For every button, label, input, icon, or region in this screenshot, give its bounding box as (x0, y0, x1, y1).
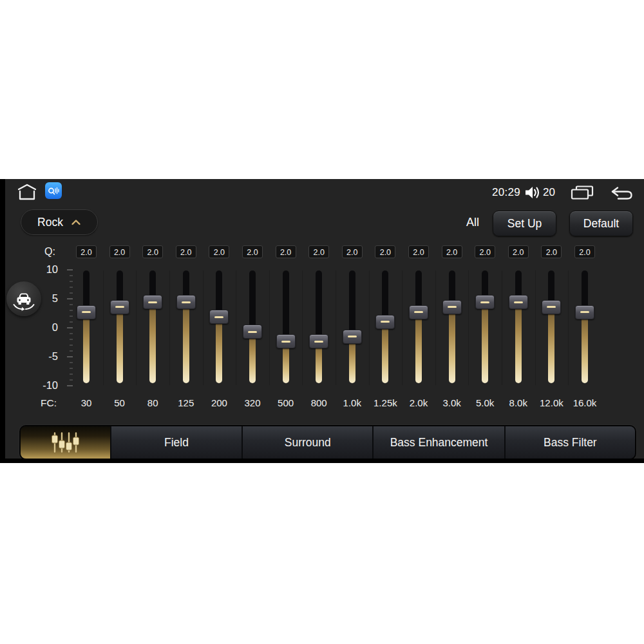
column-divider (103, 270, 104, 385)
eq-slider-handle[interactable] (442, 300, 462, 314)
handle-dash (214, 316, 223, 318)
eq-slider-handle[interactable] (509, 295, 528, 309)
column-divider (402, 270, 402, 385)
eq-slider-handle[interactable] (575, 305, 594, 319)
axis-tick (70, 374, 73, 375)
axis-tick (70, 333, 73, 334)
eq-slider-fill (382, 322, 388, 383)
column-divider (568, 270, 569, 385)
axis-tick (70, 368, 73, 369)
axis-tick (67, 356, 73, 357)
handle-dash (414, 311, 423, 313)
axis-label: -5 (23, 350, 58, 363)
eq-slider-fill (249, 332, 256, 383)
eq-slider-handle[interactable] (143, 295, 162, 309)
eq-slider-handle[interactable] (375, 315, 395, 329)
axis-tick (70, 287, 73, 288)
equalizer-area: 1050-5-102.0302.0502.0802.01252.02002.03… (0, 179, 644, 463)
axis-tick (70, 339, 73, 340)
fc-label: 16.0k (565, 397, 604, 409)
equalizer-tab-icon (50, 431, 80, 453)
column-divider (302, 270, 303, 385)
column-divider (468, 270, 469, 385)
q-value[interactable]: 2.0 (76, 245, 97, 258)
q-value[interactable]: 2.0 (142, 245, 163, 258)
eq-slider-fill (216, 317, 222, 383)
eq-slider-handle[interactable] (475, 295, 495, 309)
column-divider (336, 270, 336, 385)
q-value[interactable]: 2.0 (209, 245, 229, 258)
handle-dash (148, 301, 157, 303)
axis-tick (70, 362, 73, 363)
axis-tick (70, 292, 73, 294)
handle-dash (448, 306, 457, 308)
axis-tick (70, 316, 73, 317)
axis-label: 5 (23, 292, 58, 305)
eq-slider-handle[interactable] (77, 305, 96, 319)
eq-slider-fill (83, 312, 90, 383)
handle-dash (580, 311, 589, 313)
axis-tick (70, 275, 73, 276)
q-value[interactable]: 2.0 (541, 245, 562, 258)
tab-field[interactable]: Field (111, 426, 243, 459)
axis-label: 10 (23, 263, 58, 276)
handle-dash (82, 311, 91, 313)
axis-tick (70, 304, 73, 305)
q-value[interactable]: 2.0 (508, 245, 529, 258)
axis-tick (67, 385, 73, 386)
q-value[interactable]: 2.0 (574, 245, 595, 258)
q-value[interactable]: 2.0 (475, 245, 495, 258)
column-divider (269, 270, 270, 385)
q-value[interactable]: 2.0 (176, 245, 196, 258)
eq-slider-fill (548, 307, 554, 383)
eq-slider-handle[interactable] (176, 295, 196, 309)
head-unit-screen: 20:29 20 (0, 179, 644, 463)
column-divider (502, 270, 502, 385)
eq-slider-handle[interactable] (110, 300, 129, 314)
handle-dash (182, 301, 191, 303)
eq-slider-fill (183, 302, 189, 383)
handle-dash (348, 336, 357, 337)
eq-slider-fill (117, 307, 123, 383)
eq-slider-handle[interactable] (343, 330, 362, 344)
q-value[interactable]: 2.0 (109, 245, 130, 258)
axis-tick (70, 379, 73, 381)
eq-slider-handle[interactable] (209, 310, 229, 324)
q-value[interactable]: 2.0 (276, 245, 296, 258)
eq-slider-handle[interactable] (243, 325, 262, 339)
axis-tick (67, 298, 73, 299)
tab-equalizer[interactable] (21, 426, 111, 459)
eq-slider-fill (515, 302, 522, 383)
axis-tick (70, 281, 73, 282)
q-value[interactable]: 2.0 (342, 245, 363, 258)
eq-slider-fill (482, 302, 488, 383)
q-value[interactable]: 2.0 (242, 245, 263, 258)
column-divider (203, 270, 204, 385)
axis-label: -10 (23, 379, 58, 392)
eq-slider-handle[interactable] (309, 334, 328, 348)
column-divider (236, 270, 236, 385)
handle-dash (115, 306, 124, 308)
tab-surround[interactable]: Surround (243, 426, 374, 459)
eq-slider-handle[interactable] (276, 334, 296, 348)
eq-slider-handle[interactable] (409, 305, 428, 319)
axis-tick (70, 321, 73, 323)
column-divider (435, 270, 436, 385)
column-divider (535, 270, 536, 385)
q-value[interactable]: 2.0 (442, 245, 462, 258)
handle-dash (480, 301, 489, 303)
tab-bass-enhancement[interactable]: Bass Enhancement (374, 426, 505, 459)
tab-bass-filter[interactable]: Bass Filter (506, 426, 635, 459)
column-divider (136, 270, 137, 385)
axis-label: 0 (23, 321, 58, 334)
handle-dash (547, 306, 556, 308)
eq-slider-fill (582, 312, 588, 383)
column-divider (369, 270, 370, 385)
page: 20:29 20 (0, 0, 644, 644)
q-value[interactable]: 2.0 (308, 245, 329, 258)
q-value[interactable]: 2.0 (408, 245, 429, 258)
axis-tick (70, 310, 73, 311)
eq-slider-handle[interactable] (542, 300, 561, 314)
q-value[interactable]: 2.0 (375, 245, 395, 258)
handle-dash (248, 331, 257, 333)
